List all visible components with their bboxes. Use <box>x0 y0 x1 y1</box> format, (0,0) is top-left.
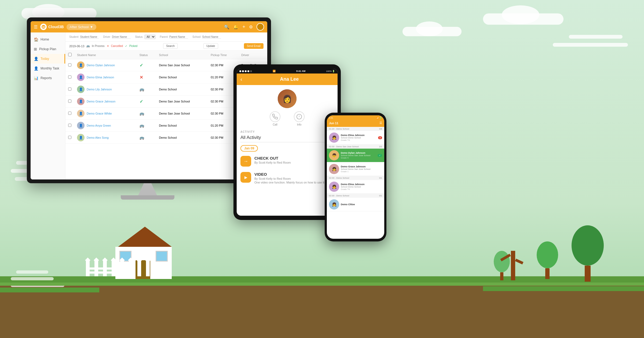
row-checkbox-1[interactable] <box>68 75 71 79</box>
chloe-avatar: 👧 <box>329 199 339 210</box>
status-check-icon: ✓ <box>140 63 143 68</box>
student-filter-input[interactable] <box>80 35 99 39</box>
sidebar-pickup-label: Pickup Plan <box>39 47 56 51</box>
phone-list-item-elma[interactable]: 👧 Demo Elma Jahnson School Demo School G… <box>327 131 384 145</box>
student-avatar-1: 👤 <box>77 74 85 81</box>
sidebar-item-pickup-plan[interactable]: ⊞ Pickup Plan <box>31 44 65 54</box>
parent-filter: Parent <box>160 35 188 39</box>
phone-header: Jun 11 ☰ <box>327 120 384 127</box>
row-status-3: ✓ <box>137 95 156 108</box>
sidebar-reports-label: Reports <box>41 76 52 80</box>
row-checkbox-0[interactable] <box>68 63 71 67</box>
phone-header-nav-icon[interactable]: ☰ <box>379 121 382 125</box>
toolbar-date: 2019-06-13 <box>69 45 84 48</box>
road-marking-3 <box>16 270 48 274</box>
info-action[interactable]: Info <box>294 111 305 126</box>
video-icon-box: ▶ <box>240 172 251 183</box>
info-icon <box>294 111 305 122</box>
in-process-label: In Process <box>92 45 104 47</box>
row-checkbox-cell-2 <box>65 83 74 95</box>
monitor-neck <box>138 183 157 195</box>
search-icon[interactable]: 🔍 <box>224 24 229 30</box>
student-avatar-5: 👤 <box>77 122 85 129</box>
elma-avatar: 👧 <box>329 133 339 143</box>
dot-5 <box>250 70 252 72</box>
grass-strip-2 <box>0 288 99 292</box>
gear-icon[interactable]: ⚙ <box>249 24 253 30</box>
sidebar-today-label: Today <box>41 57 49 61</box>
chloe-info: Demo Chloe <box>341 203 382 206</box>
sidebar-item-today[interactable]: 👤 Today <box>31 54 65 64</box>
monthly-task-icon: 👤 <box>34 66 38 71</box>
row-checkbox-5[interactable] <box>68 124 71 127</box>
activity-dropdown-value[interactable]: All Activity <box>240 135 261 140</box>
row-checkbox-2[interactable] <box>68 87 71 91</box>
phone-slot-header-4: 02:30 - Demo School 0/1 <box>327 194 384 198</box>
call-label: Call <box>273 123 277 126</box>
phone-slot-header-1: 01:20 - Demo School 0/8 <box>327 127 384 131</box>
video-by: By Scott Kelly to Red Room <box>254 177 334 180</box>
menu-icon[interactable]: ☰ <box>34 24 38 30</box>
search-button[interactable]: Search <box>163 43 178 49</box>
sidebar-item-home[interactable]: 🏠 Home <box>31 35 65 44</box>
row-checkbox-cell-5 <box>65 120 74 132</box>
phone-list-item-grace[interactable]: 👧 Demo Grace Jahnson School Demo San Jos… <box>327 162 384 176</box>
send-email-button[interactable]: Send Email <box>244 43 264 49</box>
sidebar-home-label: Home <box>41 38 49 41</box>
checkout-icon-box: → <box>240 156 251 167</box>
checkout-by: By Scott Kelly to Red Room <box>254 161 334 164</box>
dropdown-arrow-icon: ▼ <box>90 25 93 29</box>
slot-2-time: 02:30 - Demo San Jose School <box>329 145 359 148</box>
elma-grade: Grade TK <box>341 139 376 141</box>
monitor-base <box>121 195 174 200</box>
status-bus-icon: 🚌 <box>140 111 144 116</box>
slot-3-time: 02:30 - Demo School <box>329 177 349 179</box>
elma-name: Demo Elma Jahnson <box>341 134 376 137</box>
school-filter-input[interactable] <box>202 35 221 39</box>
road-marking-2 <box>11 277 54 280</box>
video-content: VIDEO 5:40 By Scott Kelly to Red Room On… <box>254 172 334 184</box>
signal-dots <box>239 70 252 72</box>
parent-filter-input[interactable] <box>169 35 188 39</box>
driver-filter: Driver <box>103 35 131 39</box>
app-header: ☰ 3B Cloud3B After School ▼ 🔍 🔔 + ⚙ <box>31 21 267 32</box>
update-button[interactable]: Update <box>203 43 218 49</box>
phone-list-item-elma2[interactable]: 👧 Demo Elma Jahnson School Demo School G… <box>327 180 384 194</box>
phone-list-item-dylan[interactable]: 👦 Demo Dylan Jahnson School Demo San Jos… <box>327 149 384 162</box>
select-all-checkbox[interactable] <box>68 53 72 56</box>
grace-info: Demo Grace Jahnson School Demo San Jose … <box>341 165 382 173</box>
student-name-5: Demo Anya Green <box>87 124 111 127</box>
activity-section: ACTIVITY All Activity ▼ <box>237 130 338 142</box>
sidebar-item-monthly-task[interactable]: 👤 Monthly Task <box>31 64 65 73</box>
table-header-row: Student Name Status School Pickup Time D… <box>65 51 267 59</box>
after-school-dropdown[interactable]: After School ▼ <box>67 24 97 30</box>
header-icons: 🔍 🔔 + ⚙ <box>224 23 264 31</box>
grass-strip-1 <box>0 282 644 286</box>
call-icon <box>270 111 280 122</box>
tablet-status-bar: 📶 9:41 AM 100% 🔋 <box>237 69 338 74</box>
status-filter: Status All <box>135 35 155 39</box>
dead-tree <box>511 251 515 280</box>
student-filter: Student <box>69 35 99 39</box>
deco-strip-r1 <box>569 35 623 39</box>
row-avatar-name-1: 👤 Demo Elma Jahnson <box>74 71 137 83</box>
driver-filter-input[interactable] <box>112 35 131 39</box>
sidebar-item-reports[interactable]: 📊 Reports <box>31 73 65 83</box>
row-checkbox-4[interactable] <box>68 112 71 115</box>
user-avatar[interactable] <box>257 23 264 31</box>
phone-list-item-chloe[interactable]: 👧 Demo Chloe <box>327 198 384 211</box>
call-action[interactable]: Call <box>270 111 280 126</box>
status-filter-select[interactable]: All <box>144 35 156 39</box>
plus-icon[interactable]: + <box>242 24 245 30</box>
back-button[interactable]: ‹ <box>240 76 242 82</box>
tablet-profile: 👩 Call Info <box>237 85 338 130</box>
monitor-container: ☰ 3B Cloud3B After School ▼ 🔍 🔔 + ⚙ <box>27 17 268 200</box>
phone-status-bar: 3:41 📶 🔋 <box>327 115 384 120</box>
x-icon-toolbar: ✕ <box>107 45 109 47</box>
row-checkbox-6[interactable] <box>68 136 71 139</box>
row-avatar-name-2: 👤 Demo Lily Jahnson <box>74 83 137 95</box>
row-school-5: Demo School <box>156 120 208 132</box>
row-checkbox-3[interactable] <box>68 100 71 103</box>
bell-icon[interactable]: 🔔 <box>233 24 239 30</box>
slot-4-count: 0/1 <box>379 194 382 197</box>
